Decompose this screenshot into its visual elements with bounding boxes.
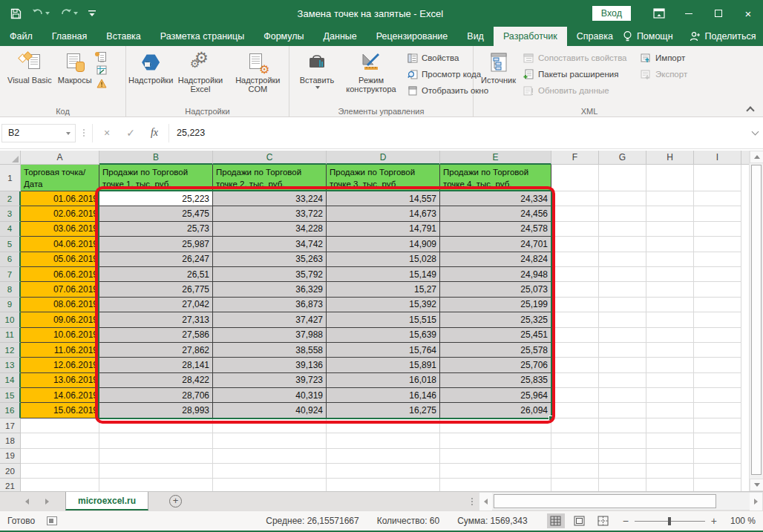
value-cell-D2[interactable]: 14,557 bbox=[327, 191, 440, 206]
page-break-view-icon[interactable] bbox=[595, 513, 612, 528]
value-cell-E2[interactable]: 24,334 bbox=[440, 191, 551, 206]
empty-cell[interactable] bbox=[694, 267, 741, 282]
scroll-right-arrow[interactable] bbox=[750, 493, 762, 510]
value-cell-B5[interactable]: 25,987 bbox=[99, 237, 213, 252]
empty-cell[interactable] bbox=[694, 479, 741, 491]
refresh-data-button[interactable]: Обновить данные bbox=[520, 83, 635, 98]
cell-a1[interactable]: Торговая точка/ Дата bbox=[21, 165, 99, 191]
empty-cell[interactable] bbox=[551, 237, 599, 252]
empty-cell[interactable] bbox=[599, 222, 646, 237]
value-cell-B7[interactable]: 26,51 bbox=[99, 267, 213, 282]
empty-cell[interactable] bbox=[327, 464, 440, 479]
formula-input[interactable]: 25,223 bbox=[168, 124, 747, 142]
value-cell-D15[interactable]: 16,146 bbox=[327, 388, 440, 403]
value-cell-E4[interactable]: 24,578 bbox=[440, 222, 551, 237]
empty-cell[interactable] bbox=[599, 418, 646, 433]
expand-formula-bar-icon[interactable] bbox=[747, 126, 763, 139]
ribbon-tab-2[interactable]: Вставка bbox=[96, 27, 150, 46]
empty-cell[interactable] bbox=[327, 479, 440, 491]
record-macro-icon[interactable] bbox=[96, 51, 108, 62]
empty-cell[interactable] bbox=[694, 343, 741, 358]
empty-cell[interactable] bbox=[599, 237, 646, 252]
vertical-scrollbar-thumb[interactable] bbox=[751, 165, 762, 475]
value-cell-D8[interactable]: 15,27 bbox=[327, 282, 440, 297]
horizontal-scrollbar-thumb[interactable] bbox=[494, 494, 716, 508]
empty-cell[interactable] bbox=[213, 464, 327, 479]
header-cell-E1[interactable]: Продажи по Торговой точке 4, тыс. руб. bbox=[440, 165, 551, 191]
empty-cell[interactable] bbox=[646, 165, 694, 191]
empty-cell[interactable] bbox=[599, 298, 646, 312]
row-header-4[interactable]: 4 bbox=[0, 222, 21, 237]
column-header-H[interactable]: H bbox=[646, 151, 694, 165]
date-cell-A7[interactable]: 06.06.2019 bbox=[21, 267, 99, 282]
value-cell-B3[interactable]: 25,475 bbox=[99, 206, 213, 221]
scroll-down-arrow[interactable] bbox=[750, 479, 763, 491]
signin-button[interactable]: Вход bbox=[592, 6, 631, 21]
row-header-8[interactable]: 8 bbox=[0, 282, 21, 297]
value-cell-C7[interactable]: 35,792 bbox=[213, 267, 327, 282]
empty-cell[interactable] bbox=[551, 449, 599, 464]
column-header-C[interactable]: C bbox=[213, 151, 327, 165]
empty-cell[interactable] bbox=[551, 479, 599, 491]
empty-cell[interactable] bbox=[646, 343, 694, 358]
empty-cell[interactable] bbox=[599, 191, 646, 206]
empty-cell[interactable] bbox=[99, 479, 213, 491]
empty-cell[interactable] bbox=[99, 433, 213, 448]
empty-cell[interactable] bbox=[440, 433, 551, 448]
prev-sheet-icon[interactable] bbox=[25, 499, 29, 505]
empty-cell[interactable] bbox=[551, 298, 599, 312]
empty-cell[interactable] bbox=[213, 449, 327, 464]
empty-cell[interactable] bbox=[646, 252, 694, 267]
value-cell-E9[interactable]: 25,199 bbox=[440, 298, 551, 312]
value-cell-E15[interactable]: 25,964 bbox=[440, 388, 551, 403]
empty-cell[interactable] bbox=[551, 206, 599, 221]
empty-cell[interactable] bbox=[551, 282, 599, 297]
column-header-F[interactable]: F bbox=[551, 151, 599, 165]
row-header-11[interactable]: 11 bbox=[0, 328, 21, 343]
value-cell-D13[interactable]: 15,891 bbox=[327, 358, 440, 372]
zoom-slider[interactable] bbox=[635, 521, 705, 522]
date-cell-A9[interactable]: 08.06.2019 bbox=[21, 298, 99, 312]
column-header-D[interactable]: D bbox=[327, 151, 440, 165]
empty-cell[interactable] bbox=[646, 449, 694, 464]
empty-cell[interactable] bbox=[646, 298, 694, 312]
maximize-button[interactable] bbox=[704, 0, 733, 27]
empty-cell[interactable] bbox=[551, 358, 599, 372]
date-cell-A12[interactable]: 11.06.2019 bbox=[21, 343, 99, 358]
value-cell-D10[interactable]: 15,515 bbox=[327, 312, 440, 327]
scroll-left-arrow[interactable] bbox=[479, 493, 492, 510]
help-assistant-label[interactable]: Помощн bbox=[637, 31, 673, 42]
import-button[interactable]: Импорт bbox=[638, 50, 690, 65]
tabbar-splitter[interactable] bbox=[471, 492, 479, 510]
empty-cell[interactable] bbox=[599, 343, 646, 358]
customize-qat-icon[interactable] bbox=[88, 10, 96, 17]
empty-cell[interactable] bbox=[694, 206, 741, 221]
value-cell-D12[interactable]: 15,764 bbox=[327, 343, 440, 358]
value-cell-E3[interactable]: 24,456 bbox=[440, 206, 551, 221]
empty-cell[interactable] bbox=[599, 267, 646, 282]
empty-cell[interactable] bbox=[694, 464, 741, 479]
value-cell-E11[interactable]: 25,451 bbox=[440, 328, 551, 343]
empty-cell[interactable] bbox=[213, 433, 327, 448]
insert-function-icon[interactable]: fx bbox=[143, 127, 166, 139]
empty-cell[interactable] bbox=[694, 165, 741, 191]
visual-basic-button[interactable]: Visual Basic bbox=[4, 49, 55, 86]
ribbon-tab-1[interactable]: Главная bbox=[42, 27, 97, 46]
empty-cell[interactable] bbox=[21, 449, 99, 464]
empty-cell[interactable] bbox=[440, 418, 551, 433]
value-cell-C10[interactable]: 37,427 bbox=[213, 312, 327, 327]
date-cell-A3[interactable]: 02.06.2019 bbox=[21, 206, 99, 221]
date-cell-A2[interactable]: 01.06.2019 bbox=[21, 191, 99, 206]
empty-cell[interactable] bbox=[551, 222, 599, 237]
column-header-B[interactable]: B bbox=[99, 151, 213, 165]
fill-handle[interactable] bbox=[548, 416, 554, 421]
row-header-17[interactable]: 17 bbox=[0, 418, 21, 433]
empty-cell[interactable] bbox=[694, 358, 741, 372]
value-cell-C8[interactable]: 36,329 bbox=[213, 282, 327, 297]
value-cell-B14[interactable]: 28,422 bbox=[99, 373, 213, 388]
empty-cell[interactable] bbox=[599, 479, 646, 491]
empty-cell[interactable] bbox=[599, 312, 646, 327]
empty-cell[interactable] bbox=[599, 358, 646, 372]
empty-cell[interactable] bbox=[694, 328, 741, 343]
horizontal-scrollbar-track[interactable] bbox=[492, 493, 750, 510]
